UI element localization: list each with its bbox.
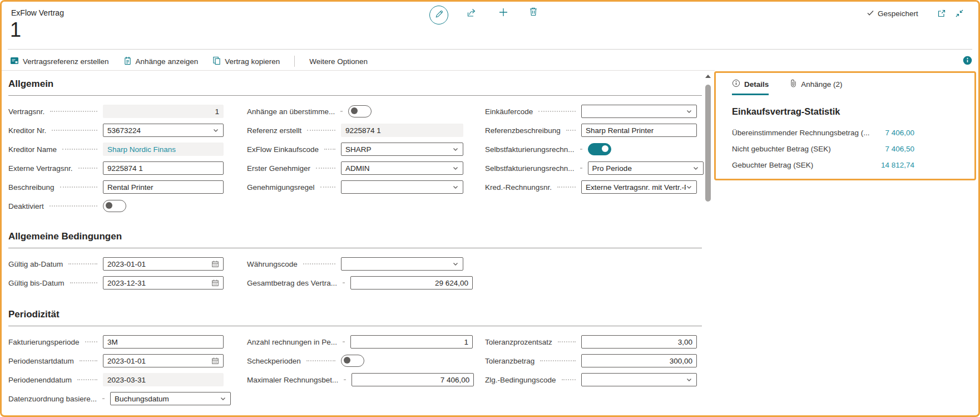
field-anzahl-rechnungen-in-periode[interactable]: 1 [350,335,473,349]
field-row-periodenstartdatum: Periodenstartdatum2023-01-01 [8,351,224,370]
field-kred-rechnungsnr[interactable]: Externe Vertragsnr. mit Vertr.-Perioc [581,180,697,194]
field-waehrungscode[interactable] [341,257,463,271]
field-row-gueltig-bis-datum: Gültig bis-Datum2023-12-31 [8,273,224,292]
statistics-list: Übereinstimmender Rechnungsbetrag (... 7… [732,128,914,170]
field-row-kreditor-name: Kreditor NameSharp Nordic Finans [8,140,224,159]
section-allgemein: Allgemein Vertragsnr.1Kreditor Nr.536732… [8,78,702,215]
scrollbar-thumb[interactable] [705,85,711,202]
section-allgemeine-bedingungen: Allgemeine Bedingungen Gültig ab-Datum20… [8,230,702,292]
add-button[interactable] [498,8,508,18]
chevron-down-icon[interactable] [220,395,226,402]
chevron-down-icon[interactable] [212,127,219,134]
field-value-exflow-einkaufscode: SHARP [345,145,372,154]
field-referenzbeschreibung[interactable]: Sharp Rental Printer [581,124,697,137]
dotted-leader [50,111,97,112]
toggle-deaktiviert[interactable] [103,200,126,212]
field-einkaeufercode[interactable] [581,105,697,118]
collapse-button[interactable] [954,9,964,19]
field-value-gueltig-ab-datum: 2023-01-01 [107,260,146,268]
dotted-leader [60,187,97,188]
field-periodenstartdatum[interactable]: 2023-01-01 [103,354,224,367]
field-exflow-einkaufscode[interactable]: SHARP [341,143,463,156]
stat-row-unposted-amount: Nicht gebuchter Betrag (SEK) 7 406,50 [732,144,914,154]
tab-details[interactable]: Details [732,79,769,95]
open-in-new-window-icon [937,9,946,19]
chevron-down-icon[interactable] [686,184,692,190]
field-label-gueltig-ab-datum: Gültig ab-Datum [8,260,63,268]
calendar-icon[interactable] [211,260,219,268]
action-bar: Vertragsreferenz erstellen Anhänge anzei… [10,55,368,68]
toggle-selbstfakturierungsrechnung[interactable] [588,143,611,155]
chevron-down-icon[interactable] [692,165,699,171]
field-toleranzbetrag[interactable]: 300,00 [581,354,697,367]
field-genehmigungsregel[interactable] [341,180,463,194]
field-datenzuordnung-basierend[interactable]: Buchungsdatum [110,392,231,405]
toggle-scheckperioden[interactable] [341,355,364,367]
field-value-maximaler-rechnungsbetrag: 7 406,00 [440,376,470,384]
collapse-icon [955,9,964,19]
field-row-referenz-erstellt: Referenz erstellt9225874 1 [247,121,463,140]
field-fakturierungsperiode[interactable]: 3M [103,335,224,349]
field-maximaler-rechnungsbetrag[interactable]: 7 406,00 [352,373,474,386]
scroll-up-arrow[interactable] [704,72,712,78]
chevron-down-icon[interactable] [452,165,459,171]
field-erster-genehmiger[interactable]: ADMIN [341,161,463,175]
calendar-icon[interactable] [211,357,219,365]
delete-button[interactable] [529,7,538,17]
more-options-button[interactable]: Weitere Optionen [309,57,368,66]
field-label-gueltig-bis-datum: Gültig bis-Datum [8,279,65,287]
field-label-externe-vertragsnr: Externe Vertragsnr. [8,164,73,173]
share-button[interactable] [466,8,478,19]
vertical-scrollbar[interactable] [704,72,712,412]
stat-value-link[interactable]: 14 812,74 [881,160,914,170]
dotted-leader [540,360,576,361]
edit-button[interactable] [429,6,448,24]
field-gueltig-bis-datum[interactable]: 2023-12-31 [103,276,224,290]
field-label-gesamtbetrag-des-vertrags: Gesamtbetrag des Vertra... [247,279,337,287]
factbox-panel: Details Anhänge (2) Einkaufsvertrag-Stat… [719,71,972,170]
create-contract-reference-button[interactable]: Vertragsreferenz erstellen [10,56,109,67]
chevron-down-icon[interactable] [686,376,692,383]
field-value-referenzbeschreibung: Sharp Rental Printer [586,126,654,135]
stat-value-link[interactable]: 7 406,00 [885,128,914,138]
info-filled-icon [963,56,972,67]
field-value-kreditor-name[interactable]: Sharp Nordic Finans [107,145,176,154]
field-label-anhaenge-an-ueberstimmende: Anhänge an überstimme... [247,107,335,116]
field-beschreibung[interactable]: Rental Printer [103,180,224,194]
chevron-down-icon[interactable] [452,261,459,267]
field-gesamtbetrag-des-vertrags[interactable]: 29 624,00 [350,276,473,290]
field-gueltig-ab-datum[interactable]: 2023-01-01 [103,257,224,271]
field-column-3: EinkäufercodeReferenzbeschreibungSharp R… [485,102,697,197]
chevron-down-icon[interactable] [452,146,459,153]
field-externe-vertragsnr[interactable]: 9225874 1 [103,161,224,175]
field-label-deaktiviert: Deaktiviert [8,202,44,210]
dotted-leader [70,282,97,283]
copy-contract-button[interactable]: Vertrag kopieren [212,56,280,67]
stat-value-link[interactable]: 7 406,50 [885,144,914,154]
field-row-beschreibung: BeschreibungRental Printer [8,178,224,197]
dotted-leader [538,111,576,112]
tab-attachments[interactable]: Anhänge (2) [790,79,842,95]
action-bar-bottom-divider [2,70,715,71]
dotted-leader [68,263,97,264]
field-zlg-bedingungscode[interactable] [581,373,697,386]
open-in-new-window-button[interactable] [937,9,946,19]
field-selbstfakturierungsrechnung-periode[interactable]: Pro Periode [588,161,704,175]
factbox-info-button[interactable] [962,56,972,66]
dotted-leader [303,263,335,264]
field-label-kreditor-nr: Kreditor Nr. [8,126,46,135]
field-label-zlg-bedingungscode: Zlg.-Bedingungscode [485,376,556,384]
action-label: Vertrag kopieren [225,57,280,66]
chevron-down-icon[interactable] [686,108,692,115]
field-toleranzprozentsatz[interactable]: 3,00 [581,335,697,349]
field-label-selbstfakturierungsrechnung: Selbstfakturierungsrechn... [485,145,575,154]
create-reference-icon [10,56,19,67]
field-kreditor-nr[interactable]: 53673224 [103,124,224,137]
field-row-exflow-einkaufscode: ExFlow EinkaufscodeSHARP [247,140,463,159]
toggle-anhaenge-an-ueberstimmende[interactable] [348,105,372,117]
field-row-externe-vertragsnr: Externe Vertragsnr.9225874 1 [8,159,224,178]
show-attachments-button[interactable]: Anhänge anzeigen [123,56,199,67]
chevron-down-icon[interactable] [452,184,459,190]
action-label: Vertragsreferenz erstellen [23,57,109,66]
calendar-icon[interactable] [211,279,219,287]
